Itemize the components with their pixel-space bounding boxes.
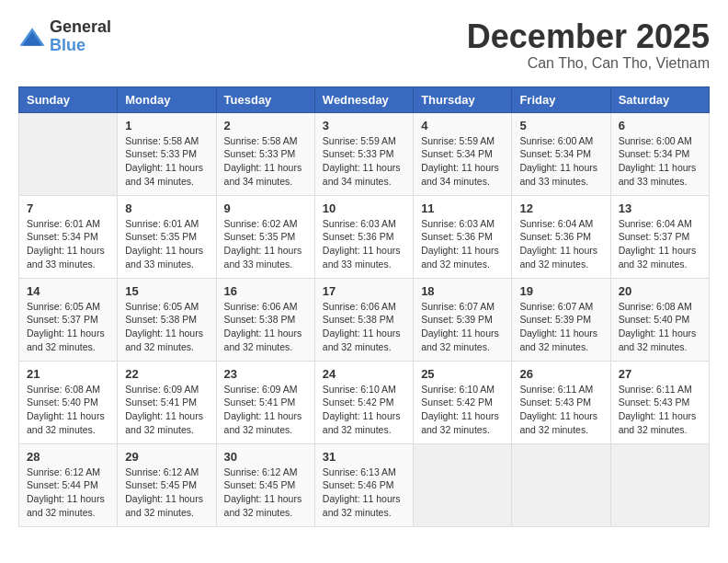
day-info: Sunrise: 6:10 AM Sunset: 5:42 PM Dayligh… [421, 383, 504, 437]
day-info: Sunrise: 6:09 AM Sunset: 5:41 PM Dayligh… [224, 383, 307, 437]
calendar-week-row: 1Sunrise: 5:58 AM Sunset: 5:33 PM Daylig… [19, 112, 710, 195]
day-number: 9 [224, 201, 307, 215]
day-info: Sunrise: 6:04 AM Sunset: 5:36 PM Dayligh… [519, 217, 602, 271]
day-number: 8 [125, 201, 208, 215]
calendar-week-row: 7Sunrise: 6:01 AM Sunset: 5:34 PM Daylig… [19, 195, 710, 278]
day-info: Sunrise: 5:58 AM Sunset: 5:33 PM Dayligh… [224, 134, 307, 189]
calendar-body: 1Sunrise: 5:58 AM Sunset: 5:33 PM Daylig… [19, 112, 710, 526]
calendar-cell: 12Sunrise: 6:04 AM Sunset: 5:36 PM Dayli… [512, 195, 610, 278]
header-tuesday: Tuesday [216, 86, 314, 112]
day-number: 31 [323, 450, 405, 464]
day-info: Sunrise: 6:05 AM Sunset: 5:37 PM Dayligh… [27, 300, 109, 354]
calendar-week-row: 28Sunrise: 6:12 AM Sunset: 5:44 PM Dayli… [19, 443, 710, 526]
day-info: Sunrise: 6:07 AM Sunset: 5:39 PM Dayligh… [421, 300, 504, 354]
day-number: 23 [224, 367, 307, 381]
calendar-cell [19, 112, 118, 195]
calendar-cell: 14Sunrise: 6:05 AM Sunset: 5:37 PM Dayli… [19, 278, 118, 361]
calendar-cell: 4Sunrise: 5:59 AM Sunset: 5:34 PM Daylig… [414, 112, 512, 195]
logo-blue: Blue [50, 36, 85, 54]
day-info: Sunrise: 6:00 AM Sunset: 5:34 PM Dayligh… [619, 134, 701, 189]
calendar-header: Sunday Monday Tuesday Wednesday Thursday… [19, 86, 710, 112]
calendar-cell: 11Sunrise: 6:03 AM Sunset: 5:36 PM Dayli… [414, 195, 512, 278]
day-number: 27 [619, 367, 701, 381]
day-info: Sunrise: 6:01 AM Sunset: 5:34 PM Dayligh… [27, 217, 109, 271]
calendar-cell: 23Sunrise: 6:09 AM Sunset: 5:41 PM Dayli… [216, 361, 314, 443]
day-number: 17 [323, 284, 405, 298]
day-info: Sunrise: 5:59 AM Sunset: 5:33 PM Dayligh… [323, 134, 405, 189]
day-info: Sunrise: 6:01 AM Sunset: 5:35 PM Dayligh… [125, 217, 208, 271]
logo-general: General [50, 17, 111, 36]
day-info: Sunrise: 6:06 AM Sunset: 5:38 PM Dayligh… [224, 300, 307, 354]
calendar-cell: 7Sunrise: 6:01 AM Sunset: 5:34 PM Daylig… [19, 195, 118, 278]
day-info: Sunrise: 6:07 AM Sunset: 5:39 PM Dayligh… [519, 300, 602, 354]
page-header: General Blue December 2025 Can Tho, Can … [18, 18, 710, 72]
day-number: 4 [421, 119, 504, 132]
day-number: 3 [323, 119, 405, 132]
calendar-cell: 16Sunrise: 6:06 AM Sunset: 5:38 PM Dayli… [216, 278, 314, 361]
day-number: 26 [519, 367, 602, 381]
calendar-cell: 9Sunrise: 6:02 AM Sunset: 5:35 PM Daylig… [216, 195, 314, 278]
calendar-cell: 13Sunrise: 6:04 AM Sunset: 5:37 PM Dayli… [610, 195, 709, 278]
calendar-cell: 28Sunrise: 6:12 AM Sunset: 5:44 PM Dayli… [19, 443, 118, 526]
calendar-cell: 18Sunrise: 6:07 AM Sunset: 5:39 PM Dayli… [414, 278, 512, 361]
logo-icon [18, 26, 46, 48]
day-number: 10 [323, 201, 405, 215]
day-number: 11 [421, 201, 504, 215]
calendar-cell: 24Sunrise: 6:10 AM Sunset: 5:42 PM Dayli… [314, 361, 413, 443]
day-info: Sunrise: 6:03 AM Sunset: 5:36 PM Dayligh… [421, 217, 504, 271]
calendar-cell: 2Sunrise: 5:58 AM Sunset: 5:33 PM Daylig… [216, 112, 314, 195]
day-info: Sunrise: 6:08 AM Sunset: 5:40 PM Dayligh… [27, 383, 109, 437]
day-number: 14 [27, 284, 109, 298]
calendar-cell: 6Sunrise: 6:00 AM Sunset: 5:34 PM Daylig… [610, 112, 709, 195]
day-info: Sunrise: 6:12 AM Sunset: 5:44 PM Dayligh… [27, 465, 109, 520]
header-friday: Friday [512, 86, 610, 112]
day-info: Sunrise: 6:10 AM Sunset: 5:42 PM Dayligh… [323, 383, 405, 437]
day-info: Sunrise: 6:09 AM Sunset: 5:41 PM Dayligh… [125, 383, 208, 437]
day-number: 19 [519, 284, 602, 298]
day-number: 21 [27, 367, 109, 381]
calendar-cell [414, 443, 512, 526]
day-info: Sunrise: 6:04 AM Sunset: 5:37 PM Dayligh… [619, 217, 701, 271]
day-number: 24 [323, 367, 405, 381]
calendar-table: Sunday Monday Tuesday Wednesday Thursday… [18, 86, 710, 527]
header-row: Sunday Monday Tuesday Wednesday Thursday… [19, 86, 710, 112]
title-area: December 2025 Can Tho, Can Tho, Vietnam [467, 18, 710, 72]
calendar-cell: 1Sunrise: 5:58 AM Sunset: 5:33 PM Daylig… [118, 112, 216, 195]
calendar-cell: 22Sunrise: 6:09 AM Sunset: 5:41 PM Dayli… [118, 361, 216, 443]
calendar-cell: 20Sunrise: 6:08 AM Sunset: 5:40 PM Dayli… [610, 278, 709, 361]
day-number: 1 [125, 119, 208, 132]
day-info: Sunrise: 5:59 AM Sunset: 5:34 PM Dayligh… [421, 134, 504, 189]
day-number: 2 [224, 119, 307, 132]
day-info: Sunrise: 6:12 AM Sunset: 5:45 PM Dayligh… [224, 465, 307, 520]
day-number: 6 [619, 119, 701, 132]
calendar-cell: 3Sunrise: 5:59 AM Sunset: 5:33 PM Daylig… [314, 112, 413, 195]
day-number: 7 [27, 201, 109, 215]
header-thursday: Thursday [414, 86, 512, 112]
day-number: 28 [27, 450, 109, 464]
day-info: Sunrise: 6:00 AM Sunset: 5:34 PM Dayligh… [519, 134, 602, 189]
calendar-cell [512, 443, 610, 526]
day-info: Sunrise: 6:12 AM Sunset: 5:45 PM Dayligh… [125, 465, 208, 520]
day-number: 12 [519, 201, 602, 215]
calendar-cell: 21Sunrise: 6:08 AM Sunset: 5:40 PM Dayli… [19, 361, 118, 443]
day-number: 18 [421, 284, 504, 298]
calendar-cell: 10Sunrise: 6:03 AM Sunset: 5:36 PM Dayli… [314, 195, 413, 278]
calendar-week-row: 14Sunrise: 6:05 AM Sunset: 5:37 PM Dayli… [19, 278, 710, 361]
day-number: 25 [421, 367, 504, 381]
calendar-cell: 29Sunrise: 6:12 AM Sunset: 5:45 PM Dayli… [118, 443, 216, 526]
day-info: Sunrise: 6:13 AM Sunset: 5:46 PM Dayligh… [323, 465, 405, 520]
day-number: 15 [125, 284, 208, 298]
header-wednesday: Wednesday [314, 86, 413, 112]
day-number: 30 [224, 450, 307, 464]
day-info: Sunrise: 6:08 AM Sunset: 5:40 PM Dayligh… [619, 300, 701, 354]
calendar-cell: 5Sunrise: 6:00 AM Sunset: 5:34 PM Daylig… [512, 112, 610, 195]
calendar-cell: 8Sunrise: 6:01 AM Sunset: 5:35 PM Daylig… [118, 195, 216, 278]
calendar-cell: 30Sunrise: 6:12 AM Sunset: 5:45 PM Dayli… [216, 443, 314, 526]
header-saturday: Saturday [610, 86, 709, 112]
day-info: Sunrise: 5:58 AM Sunset: 5:33 PM Dayligh… [125, 134, 208, 189]
calendar-cell: 25Sunrise: 6:10 AM Sunset: 5:42 PM Dayli… [414, 361, 512, 443]
day-info: Sunrise: 6:11 AM Sunset: 5:43 PM Dayligh… [519, 383, 602, 437]
day-info: Sunrise: 6:06 AM Sunset: 5:38 PM Dayligh… [323, 300, 405, 354]
logo: General Blue [18, 18, 111, 55]
calendar-cell: 26Sunrise: 6:11 AM Sunset: 5:43 PM Dayli… [512, 361, 610, 443]
